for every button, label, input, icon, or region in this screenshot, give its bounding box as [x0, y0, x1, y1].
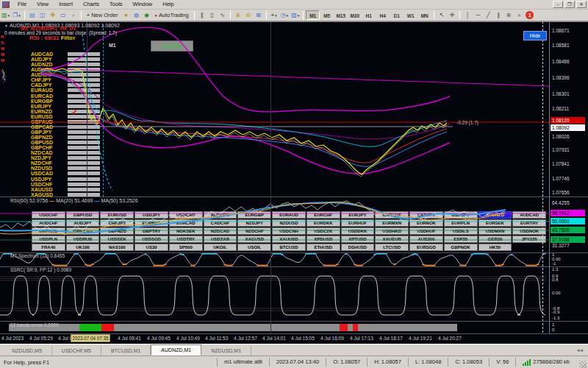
symbol-cell[interactable]: CADCHF [204, 219, 237, 227]
symbol-cell[interactable]: USDDKK [341, 227, 375, 235]
symbol-cell[interactable]: EURSEK [478, 219, 512, 227]
autotrading-button[interactable]: ●AutoTrading [151, 10, 191, 21]
symbol-cell[interactable]: ETHUSD [306, 244, 340, 251]
community-button[interactable]: ◉ [141, 10, 151, 21]
symbol-cell[interactable]: USDHKD [375, 227, 409, 235]
notification-badge[interactable]: 1 [526, 11, 534, 19]
symbol-cell[interactable]: US30 [135, 244, 168, 251]
menu-item[interactable]: Charts [78, 0, 104, 9]
symbol-cell[interactable]: AUS200 [409, 236, 443, 243]
symbol-cell[interactable]: CHFJPY [100, 219, 134, 227]
hide-button[interactable]: Hide [523, 31, 547, 40]
symbol-cell[interactable]: EURTRY [512, 219, 546, 227]
symbol-strength-row[interactable]: NZDCHF [31, 160, 100, 166]
symbol-strength-row[interactable]: EURJPY [31, 104, 100, 109]
symbol-cell[interactable]: USDSGD [135, 236, 168, 243]
symbol-cell[interactable]: DSHUSD [341, 244, 375, 251]
symbol-cell[interactable]: NZDCHF [237, 227, 271, 235]
symbol-strength-row[interactable]: EURNZD [31, 109, 100, 114]
timeframe-button[interactable]: M30 [348, 10, 362, 20]
timeframe-button[interactable]: W1 [404, 10, 417, 20]
timeframe-button[interactable]: H1 [362, 10, 376, 20]
symbol-strength-row[interactable]: NZDCAD [31, 150, 100, 155]
symbol-cell[interactable]: BTCUSD [272, 244, 306, 251]
spectrum-canvas[interactable] [0, 252, 550, 266]
data-window-button[interactable]: ◫ [37, 10, 48, 21]
symbol-strength-row[interactable]: AUDJPY [31, 57, 100, 62]
market-watch-button[interactable]: ▤ [27, 10, 37, 21]
symbol-cell[interactable]: CADJPY [409, 211, 443, 219]
tab-scroll-arrows[interactable]: ◂ ▸ [577, 347, 584, 353]
chart-tab[interactable]: USDCHF,M5 [52, 346, 101, 355]
symbol-cell[interactable]: SP500 [169, 244, 203, 251]
menu-item[interactable]: Insert [54, 0, 78, 9]
symbol-strength-row[interactable]: EURUSD [31, 114, 100, 119]
symbol-strength-row[interactable]: GBPCAD [31, 124, 100, 130]
symbol-cell[interactable]: USDILS [444, 227, 478, 235]
symbol-cell[interactable]: GBPCAD [66, 227, 100, 235]
symbol-cell[interactable]: EURJPY [341, 211, 375, 219]
symbol-strength-row[interactable]: GBPAUD [31, 119, 100, 124]
symbol-cell[interactable]: NOKSEK [169, 227, 203, 235]
symbol-cell[interactable]: EURCAD [169, 219, 203, 227]
symbol-cell[interactable]: USDZAR [204, 236, 237, 243]
strategy-tester-button[interactable]: ⌕ [68, 10, 79, 21]
zoom-out-button[interactable]: ⊖ [243, 10, 254, 21]
symbol-cell[interactable]: GBPNOK [444, 244, 478, 251]
timeframe-button[interactable]: M15 [334, 10, 348, 20]
symbol-cell[interactable]: EURSGD [409, 244, 443, 251]
menu-item[interactable]: Tools [104, 0, 128, 9]
symbol-strength-row[interactable]: AUDCHF [31, 72, 100, 77]
symbol-cell[interactable]: AUDJPY [66, 219, 100, 227]
bar-chart-button[interactable]: ∥ [197, 10, 207, 21]
timeframe-button[interactable]: M1 [306, 10, 320, 20]
navigator-button[interactable]: ✥ [48, 10, 58, 21]
symbol-cell[interactable]: GBPJPY [444, 211, 478, 219]
horizontal-line-button[interactable]: ─ [473, 10, 483, 21]
symbol-cell[interactable]: GER30 [478, 236, 512, 243]
menu-item[interactable]: View [32, 0, 54, 9]
symbol-cell[interactable]: EURNZD [135, 219, 168, 227]
symbol-cell[interactable]: EURGBP [237, 211, 271, 219]
symbol-strength-row[interactable]: EURGBP [31, 99, 100, 104]
symbol-strength-row[interactable]: EURAUD [31, 88, 100, 93]
profiles-button[interactable]: ❐▾ [11, 10, 22, 21]
symbol-cell[interactable]: GBPUSD [66, 211, 100, 219]
indicators-button[interactable]: +▾ [269, 10, 279, 21]
resize-grip[interactable] [579, 361, 587, 368]
symbol-strength-row[interactable]: AUDCAD [31, 52, 100, 57]
trend-line-button[interactable]: ╱ [483, 10, 493, 21]
templates-button[interactable]: ▨▾ [290, 10, 301, 21]
symbol-cell[interactable]: AUDNZD [478, 211, 512, 219]
symbol-cell[interactable]: AUDUSD [204, 211, 237, 219]
symbol-cell[interactable]: HK50 [478, 244, 512, 251]
channel-button[interactable]: ∥ [493, 10, 503, 21]
window-button[interactable]: – [553, 1, 563, 8]
symbol-strength-row[interactable]: AUDNZD [31, 62, 100, 67]
new-order-button[interactable]: +New Order [84, 10, 121, 21]
symbol-cell[interactable]: USDCHF [32, 211, 65, 219]
symbol-strength-row[interactable]: NZDUSD [31, 166, 100, 171]
symbol-cell[interactable]: EURMXN [375, 219, 409, 227]
chart-tab[interactable]: AUDNZD,M1 [151, 344, 201, 355]
symbol-cell[interactable]: JPY225 [512, 236, 546, 243]
chart-tab[interactable]: NZDUSD,M1 [201, 346, 251, 355]
terminal-button[interactable]: ▭ [58, 10, 68, 21]
symbol-strength-row[interactable]: USDCAD [31, 171, 100, 176]
candlestick-button[interactable]: ▯ [207, 10, 218, 21]
zoom-in-button[interactable]: ⊕ [233, 10, 243, 21]
symbol-cell[interactable]: GBPNZD [100, 227, 134, 235]
symbol-cell[interactable]: LTCUSD [375, 244, 409, 251]
symbol-cell[interactable]: EURCHF [306, 211, 340, 219]
cursor-button[interactable]: ↖ [437, 10, 447, 21]
symbol-cell[interactable]: NAS100 [100, 244, 134, 251]
symbol-strength-row[interactable]: CADJPY [31, 82, 100, 88]
symbol-strength-row[interactable]: GBPCHF [31, 145, 100, 150]
crosshair-button[interactable]: ✛ [447, 10, 457, 21]
expert-advisors-button[interactable]: ● [121, 10, 131, 21]
symbol-cell[interactable]: AUDCAD [512, 211, 546, 219]
tile-windows-button[interactable]: ⊞ [254, 10, 264, 21]
symbol-cell[interactable]: ESP35 [444, 236, 478, 243]
fibonacci-button[interactable]: ≋ [503, 10, 514, 21]
symbol-cell[interactable]: NZDJPY [237, 219, 271, 227]
